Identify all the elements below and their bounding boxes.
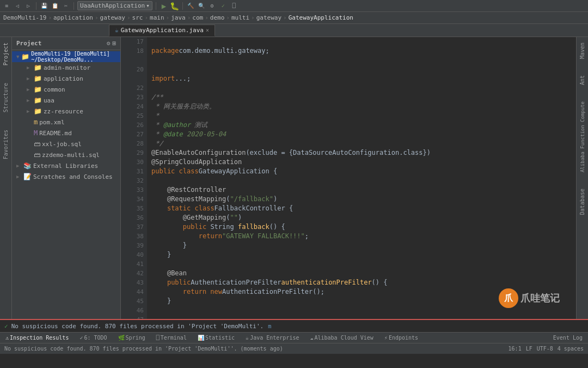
- tree-item-uaa[interactable]: ▶ 📁 uaa: [12, 95, 120, 106]
- indent-indicator[interactable]: 4 spaces: [558, 346, 584, 352]
- position-indicator[interactable]: 16:1: [509, 346, 522, 352]
- code-editor[interactable]: package com.demo.multi.gateway; import .…: [147, 37, 576, 319]
- project-tab[interactable]: Project: [2, 39, 10, 69]
- ant-tab[interactable]: Ant: [578, 72, 586, 88]
- tree-item-application[interactable]: ▶ 📁 application: [12, 73, 120, 84]
- inspection-results-tab[interactable]: ⚠ Inspection Results: [3, 334, 71, 342]
- breadcrumb: DemoMulti-19 › application › gateway › s…: [0, 12, 588, 24]
- copy-icon[interactable]: 📋: [51, 2, 59, 10]
- terminal-icon[interactable]: ⎕: [230, 2, 238, 10]
- left-panel-tabs: Project Structure Favorites: [0, 37, 12, 319]
- code-line-18: package com.demo.multi.gateway;: [151, 46, 576, 56]
- run-button[interactable]: ▶: [160, 2, 168, 10]
- code-line-22: [151, 83, 576, 93]
- code-line-17: [151, 37, 576, 46]
- maven-tab[interactable]: Maven: [578, 39, 586, 62]
- bottom-tabs: ⚠ Inspection Results ✓ 6: TODO 🌿 Spring …: [0, 332, 588, 343]
- sidebar-content: ▼ 📁 DemoMulti-19 [DemoMulti] ~/Desktop/D…: [12, 50, 120, 319]
- breadcrumb-item[interactable]: gateway: [100, 14, 125, 21]
- alibaba-cloud-label: Alibaba Cloud View: [314, 335, 373, 341]
- code-line-28: */: [151, 139, 576, 148]
- event-log-tab[interactable]: Event Log: [551, 334, 585, 342]
- tree-item-scratches[interactable]: ▶ 📝 Scratches and Consoles: [12, 171, 120, 182]
- sidebar-header: Project ⚙ ⊞: [12, 37, 120, 50]
- search-icon[interactable]: 🔍: [197, 2, 206, 10]
- code-line-31: public class GatewayApplication {: [151, 167, 576, 176]
- spring-label: Spring: [126, 335, 145, 341]
- cut-icon[interactable]: ✂️: [62, 2, 70, 10]
- breadcrumb-item[interactable]: GatewayApplication: [289, 14, 353, 21]
- tree-item-readme[interactable]: M README.md: [12, 128, 120, 138]
- terminal-tab[interactable]: ⎕ Terminal: [154, 334, 189, 342]
- breadcrumb-item[interactable]: multi: [231, 14, 249, 21]
- line-ending-indicator[interactable]: LF: [526, 346, 532, 352]
- tree-item-external[interactable]: ▶ 📚 External Libraries: [12, 160, 120, 171]
- settings-icon[interactable]: ⚙️: [208, 2, 217, 10]
- spring-tab[interactable]: 🌿 Spring: [116, 334, 148, 342]
- forward-icon[interactable]: ▷: [24, 2, 33, 10]
- statistic-tab[interactable]: 📊 Statistic: [195, 334, 237, 342]
- code-line-41: [151, 260, 576, 269]
- sql-icon-zzdemo: 🗃: [34, 151, 40, 159]
- alibaba-cloud-tab[interactable]: ☁ Alibaba Cloud View: [308, 334, 375, 342]
- tree-item-zzdemo[interactable]: 🗃 zzdemo-multi.sql: [12, 149, 120, 160]
- toolbar: ≡ ◁ ▷ 💾 📋 ✂️ UaaAuthApplication ▾ ▶ 🐛 🔨 …: [0, 0, 588, 12]
- sidebar-settings-icon[interactable]: ⚙: [107, 40, 111, 47]
- tree-item-admin-monitor[interactable]: ▶ 📁 admin-monitor: [12, 62, 120, 73]
- tab-close-button[interactable]: ×: [206, 27, 209, 33]
- code-line-27: * @date 2020-05-04: [151, 130, 576, 139]
- app-selector[interactable]: UaaAuthApplication ▾: [77, 1, 152, 10]
- java-enterprise-icon: ☕: [246, 335, 249, 341]
- tree-item-common[interactable]: ▶ 📁 common: [12, 84, 120, 95]
- breadcrumb-item[interactable]: DemoMulti-19: [3, 14, 46, 21]
- database-tab[interactable]: Database: [578, 185, 586, 218]
- terminal-icon-bottom: ⎕: [156, 335, 160, 341]
- structure-tab[interactable]: Structure: [2, 80, 10, 116]
- breadcrumb-item[interactable]: src: [132, 14, 143, 21]
- breadcrumb-item[interactable]: gateway: [256, 14, 281, 21]
- watermark: 爪 爪哇笔记: [499, 288, 560, 308]
- more-link[interactable]: m: [268, 323, 271, 329]
- save-icon[interactable]: 💾: [40, 2, 48, 10]
- inspection-label: Inspection Results: [10, 335, 69, 341]
- alibaba-tab[interactable]: Alibaba Function Compute: [579, 98, 586, 176]
- breadcrumb-item[interactable]: java: [171, 14, 186, 21]
- tree-item-pom[interactable]: m pom.xml: [12, 117, 120, 128]
- tree-item-zz-resource[interactable]: ▶ 📁 zz-resource: [12, 106, 120, 117]
- line-numbers: 17 18 20 22 23 24 25 26 27 28 29 30 31 3…: [127, 37, 147, 319]
- tab-gateway-application[interactable]: ☕ GatewayApplication.java ×: [109, 25, 215, 37]
- back-icon[interactable]: ◁: [13, 2, 22, 10]
- encoding-indicator[interactable]: UTF-8: [537, 346, 553, 352]
- favorites-tab[interactable]: Favorites: [2, 126, 10, 162]
- code-line-26: * @author 测试: [151, 120, 576, 130]
- folder-icon-common: 📁: [34, 86, 42, 93]
- code-line-37: public String fallback() {: [151, 222, 576, 232]
- tree-root[interactable]: ▼ 📁 DemoMulti-19 [DemoMulti] ~/Desktop/D…: [12, 51, 120, 62]
- breadcrumb-item[interactable]: application: [53, 14, 93, 21]
- code-line-40: }: [151, 250, 576, 260]
- sep1: [36, 2, 36, 10]
- external-icon: 📚: [23, 162, 32, 170]
- debug-button[interactable]: 🐛: [170, 2, 179, 10]
- code-line-21: import ...;: [151, 74, 576, 83]
- code-line-33: @RestController: [151, 185, 576, 195]
- java-enterprise-tab[interactable]: ☕ Java Enterprise: [243, 334, 301, 342]
- right-sidebar: Maven Ant Alibaba Function Compute Datab…: [576, 37, 588, 319]
- vcs-icon[interactable]: ✓: [219, 2, 228, 10]
- breadcrumb-item[interactable]: main: [150, 14, 164, 21]
- todo-tab[interactable]: ✓ 6: TODO: [77, 334, 109, 342]
- sidebar-expand-icon[interactable]: ⊞: [112, 40, 116, 47]
- code-line-47: [151, 315, 576, 319]
- tree-arrow-common: ▶: [27, 87, 32, 92]
- tree-arrow-application: ▶: [27, 76, 32, 81]
- build-icon[interactable]: 🔨: [186, 2, 195, 10]
- breadcrumb-item[interactable]: com: [192, 14, 203, 21]
- tree-arrow-admin: ▶: [27, 65, 32, 70]
- breadcrumb-item[interactable]: demo: [210, 14, 225, 21]
- tree-label-xxl: xxl-job.sql: [42, 141, 82, 148]
- endpoints-tab[interactable]: ⚡ Endpoints: [382, 334, 420, 342]
- tree-arrow-scratches: ▶: [16, 174, 22, 179]
- tree-item-xxl-job[interactable]: 🗃 xxl-job.sql: [12, 138, 120, 149]
- tree-arrow-zz: ▶: [27, 108, 32, 114]
- tree-arrow-uaa: ▶: [27, 98, 32, 103]
